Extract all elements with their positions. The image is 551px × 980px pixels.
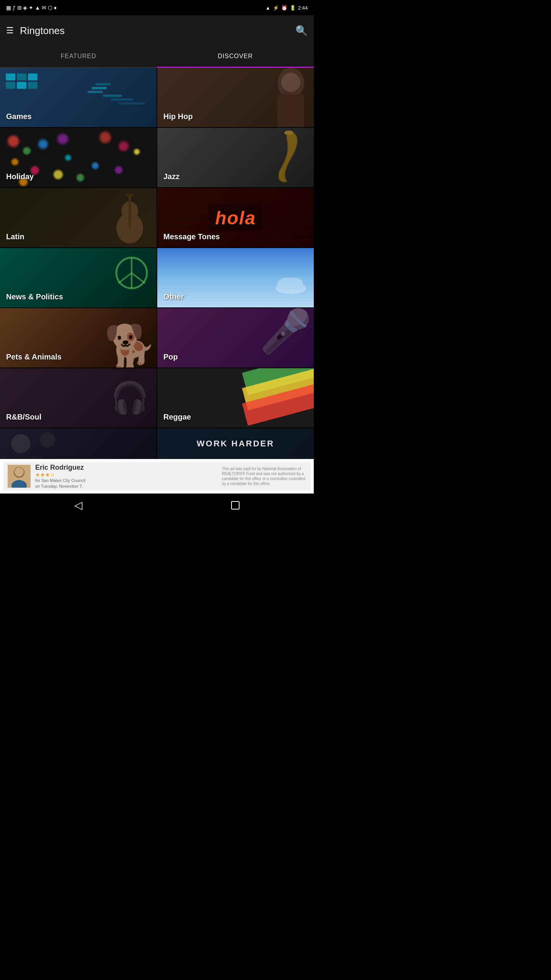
- svg-rect-2: [88, 91, 103, 93]
- key-4: [6, 82, 15, 89]
- svg-point-8: [281, 73, 300, 92]
- dog-icon: 🐕: [104, 325, 156, 368]
- tab-discover[interactable]: DISCOVER: [157, 46, 314, 68]
- status-icons: ▦ ƒ ⊞ ◈ ✦ ▲ ✉ ⬡ ♦: [6, 5, 57, 11]
- toolbar-left: ☰ Ringtones: [6, 25, 65, 37]
- svg-rect-5: [118, 102, 145, 105]
- bluetooth-icon: ⚡: [273, 5, 279, 11]
- key-1: [6, 74, 15, 80]
- time-display: 2:44: [298, 5, 308, 11]
- category-item-other[interactable]: Other: [157, 248, 314, 307]
- status-right: ▲ ⚡ ⏰ 🔋 2:44: [266, 5, 308, 11]
- ad-banner[interactable]: Eric Rodriguez ★★★☆ for San Mateo City C…: [0, 459, 314, 493]
- jazz-label: Jazz: [163, 172, 179, 181]
- svg-line-17: [118, 273, 132, 283]
- category-item-hiphop[interactable]: Hip Hop: [157, 68, 314, 127]
- key-6: [28, 82, 37, 89]
- pop-label: Pop: [163, 353, 178, 361]
- ad-text-block: Eric Rodriguez ★★★☆ for San Mateo City C…: [35, 464, 217, 489]
- home-button[interactable]: [224, 498, 247, 513]
- petsanimals-label: Pets & Animals: [6, 353, 62, 361]
- ad-disclaimer: This ad was paid for by National Associa…: [222, 466, 306, 486]
- ad-subtitle: for San Mateo City Council on Tuesday, N…: [35, 478, 217, 489]
- wifi-icon: ▲: [266, 5, 271, 11]
- ad-subtitle-2: on Tuesday, November 7.: [35, 484, 83, 488]
- svg-rect-0: [91, 87, 107, 89]
- category-item-newspolitics[interactable]: News & Politics: [0, 248, 156, 307]
- other-label: Other: [163, 292, 184, 301]
- svg-rect-1: [95, 83, 111, 85]
- category-item-pop[interactable]: 🎤 Pop: [157, 308, 314, 368]
- peace-decoration: [114, 256, 149, 290]
- category-item-partial-right[interactable]: WORK HARDER: [157, 428, 314, 459]
- svg-rect-4: [111, 98, 134, 101]
- reggae-label: Reggae: [163, 413, 191, 421]
- svg-rect-14: [126, 194, 134, 197]
- messagetones-label: Message Tones: [163, 232, 220, 241]
- back-icon: ◁: [74, 499, 83, 511]
- category-item-rnbsoul[interactable]: 🎧 R&B/Soul: [0, 368, 156, 428]
- key-3: [28, 74, 37, 80]
- headphone-icon: 🎧: [111, 380, 149, 416]
- category-grid: Games Hip Hop: [0, 68, 314, 459]
- menu-button[interactable]: ☰: [6, 26, 14, 36]
- back-button[interactable]: ◁: [67, 498, 90, 513]
- ad-person-svg: [8, 465, 31, 488]
- home-square-icon: [231, 501, 240, 510]
- work-harder-text: WORK HARDER: [197, 439, 274, 449]
- hiphop-label: Hip Hop: [163, 112, 193, 121]
- navigation-bar: ◁: [0, 493, 314, 516]
- category-item-partial-left[interactable]: [0, 428, 156, 459]
- ad-content: Eric Rodriguez ★★★☆ for San Mateo City C…: [3, 462, 311, 490]
- svg-rect-13: [129, 194, 131, 228]
- svg-point-23: [40, 432, 55, 448]
- svg-point-21: [286, 278, 303, 290]
- category-item-games[interactable]: Games: [0, 68, 156, 127]
- tabs-bar: FEATURED DISCOVER: [0, 46, 314, 68]
- category-item-latin[interactable]: Latin: [0, 188, 156, 247]
- category-item-reggae[interactable]: Reggae: [157, 368, 314, 428]
- category-item-petsanimals[interactable]: 🐕 Pets & Animals: [0, 308, 156, 368]
- tab-featured[interactable]: FEATURED: [0, 46, 157, 67]
- category-item-messagetones[interactable]: Hola Message Tones: [157, 188, 314, 247]
- key-2: [17, 74, 26, 80]
- svg-line-18: [132, 273, 145, 283]
- holiday-label: Holiday: [6, 172, 34, 181]
- other-svg: [272, 265, 310, 296]
- toolbar: ☰ Ringtones 🔍: [0, 15, 314, 46]
- games-decoration: [6, 74, 37, 89]
- alarm-icon: ⏰: [281, 5, 287, 11]
- ad-subtitle-1: for San Mateo City Council: [35, 478, 85, 483]
- svg-point-9: [284, 131, 293, 135]
- games-label: Games: [6, 112, 32, 121]
- newspolitics-label: News & Politics: [6, 292, 63, 301]
- svg-rect-7: [277, 95, 304, 127]
- ad-stars: ★★★☆: [35, 472, 217, 478]
- key-5: [17, 82, 26, 89]
- status-bar: ▦ ƒ ⊞ ◈ ✦ ▲ ✉ ⬡ ♦ ▲ ⚡ ⏰ 🔋 2:44: [0, 0, 314, 15]
- latin-svg: [105, 190, 155, 245]
- battery-icon: 🔋: [290, 5, 296, 11]
- category-item-holiday[interactable]: Holiday: [0, 128, 156, 187]
- ad-person-image: [8, 465, 31, 488]
- rnbsoul-label: R&B/Soul: [6, 413, 41, 421]
- games-svg: [84, 75, 153, 118]
- jazz-svg: [264, 130, 310, 185]
- partial-left-svg: [0, 428, 156, 459]
- app-title: Ringtones: [20, 25, 65, 37]
- latin-label: Latin: [6, 232, 24, 241]
- hola-text: Hola: [209, 204, 262, 231]
- svg-point-27: [15, 467, 24, 477]
- hiphop-svg: [268, 68, 314, 127]
- ad-person-name: Eric Rodriguez: [35, 464, 217, 472]
- svg-rect-3: [103, 95, 122, 97]
- search-button[interactable]: 🔍: [295, 25, 308, 37]
- category-item-jazz[interactable]: Jazz: [157, 128, 314, 187]
- svg-point-22: [11, 434, 31, 453]
- mic-icon: 🎤: [259, 310, 312, 352]
- status-left: ▦ ƒ ⊞ ◈ ✦ ▲ ✉ ⬡ ♦: [6, 5, 57, 11]
